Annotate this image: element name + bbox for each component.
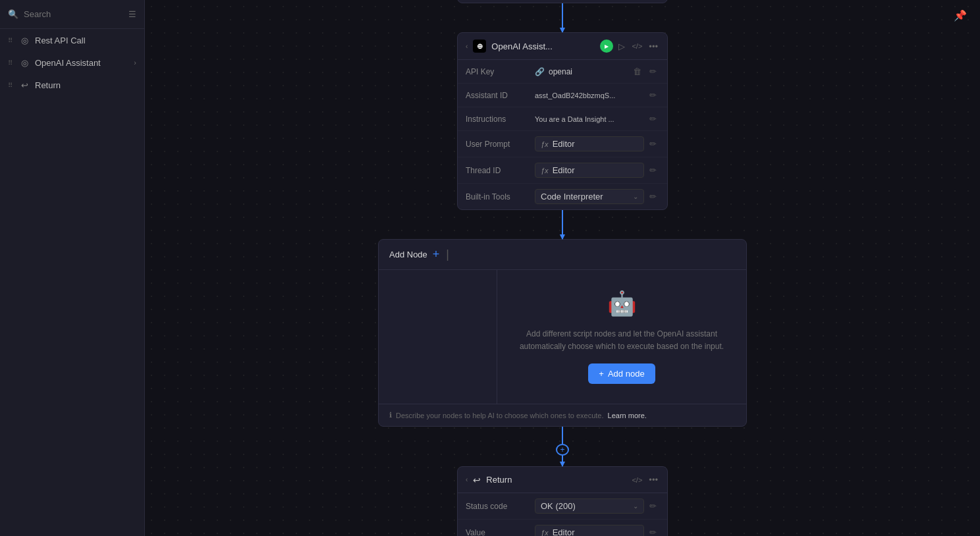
run-button[interactable]: ▶	[600, 40, 613, 53]
edit-button[interactable]: ✏	[647, 138, 659, 150]
add-node-sidebar	[379, 270, 497, 404]
sidebar-search-bar[interactable]: 🔍 ☰	[0, 0, 144, 29]
built-in-tools-dropdown[interactable]: Code Interpreter ⌄	[535, 189, 644, 204]
chevron-right-icon[interactable]: ›	[134, 59, 136, 67]
add-node-plus-button[interactable]: +	[433, 248, 440, 261]
edit-button[interactable]: ✏	[647, 500, 659, 512]
return-node: ‹ ↩ Return </> ••• Status code OK (200) …	[457, 466, 668, 536]
plus-icon: +	[599, 369, 604, 379]
play-icon[interactable]: ▷	[617, 40, 626, 53]
add-node-button[interactable]: + Add node	[588, 363, 655, 384]
add-node-footer: ℹ Describe your nodes to help AI to choo…	[379, 404, 746, 426]
edit-button[interactable]: ✏	[647, 190, 659, 203]
assistant-id-text: asst_OadB242bbzmqS...	[535, 92, 615, 99]
chevron-down-icon: ⌄	[633, 502, 638, 510]
instructions-value: You are a Data Insight ...	[535, 115, 644, 123]
drag-handle-icon: ⠿	[8, 82, 13, 89]
delete-button[interactable]: 🗑	[630, 65, 644, 78]
assistant-id-actions: ✏	[647, 89, 659, 101]
add-node-body: 🤖 Add different script nodes and let the…	[379, 270, 746, 404]
value-row: Value ƒx Editor ✏	[458, 520, 667, 536]
return-node-header: ‹ ↩ Return </> •••	[458, 467, 667, 493]
api-key-text: openai	[549, 67, 572, 76]
sidebar-item-openai-assistant[interactable]: ⠿ ◎ OpenAI Assistant ›	[0, 51, 144, 74]
more-icon[interactable]: •••	[647, 473, 659, 486]
add-node-description: Add different script nodes and let the O…	[510, 328, 733, 353]
search-icon: 🔍	[8, 9, 18, 19]
openai-node-title: OpenAI Assist...	[491, 41, 595, 51]
return-node-actions: </> •••	[630, 473, 659, 486]
status-code-dropdown[interactable]: OK (200) ⌄	[535, 498, 644, 514]
link-icon: 🔗	[535, 67, 545, 76]
api-key-row: API Key 🔗 openai 🗑 ✏	[458, 60, 667, 84]
learn-more-link[interactable]: Learn more.	[608, 412, 647, 419]
assistant-id-value: asst_OadB242bbzmqS...	[535, 92, 644, 99]
sidebar-item-label: OpenAI Assistant	[35, 58, 128, 68]
add-node-header: Add Node + |	[379, 240, 746, 270]
pin-icon[interactable]: 📌	[954, 9, 967, 22]
search-input[interactable]	[24, 9, 123, 19]
node-header-actions: ▶ ▷ </> •••	[600, 40, 659, 53]
code-icon[interactable]: </>	[630, 475, 643, 485]
add-node-button-label: Add node	[608, 369, 645, 379]
info-icon: ℹ	[389, 411, 392, 419]
status-code-label: Status code	[466, 502, 535, 511]
node-collapse-chevron[interactable]: ‹	[466, 476, 468, 483]
user-prompt-value[interactable]: ƒx Editor	[535, 136, 644, 151]
flow-canvas: Method POST ⌄ ▼ ‹ ⊕ OpenAI Assist... ▶	[145, 0, 980, 536]
sidebar-item-label: Rest API Call	[35, 36, 136, 45]
value-editor[interactable]: ƒx Editor	[535, 525, 644, 536]
status-code-actions: ✏	[647, 500, 659, 512]
drag-handle-icon: ⠿	[8, 37, 13, 44]
openai-assistant-node: ‹ ⊕ OpenAI Assist... ▶ ▷ </> ••• API Key…	[457, 32, 668, 210]
filter-icon[interactable]: ☰	[128, 9, 136, 19]
add-node-title: Add Node	[389, 250, 427, 259]
built-in-tools-label: Built-in Tools	[466, 192, 535, 201]
fx-icon: ƒx	[541, 140, 549, 148]
add-node-content: 🤖 Add different script nodes and let the…	[497, 270, 746, 404]
user-prompt-actions: ✏	[647, 138, 659, 150]
thread-id-value[interactable]: ƒx Editor	[535, 163, 644, 178]
return-node-title: Return	[486, 475, 625, 485]
return-icon: ↩	[19, 80, 30, 90]
main-canvas: Method POST ⌄ ▼ ‹ ⊕ OpenAI Assist... ▶	[145, 0, 980, 536]
api-key-actions: 🗑 ✏	[630, 65, 659, 78]
assistant-id-label: Assistant ID	[466, 91, 535, 100]
edit-button[interactable]: ✏	[647, 526, 659, 536]
sidebar-item-return[interactable]: ⠿ ↩ Return	[0, 74, 144, 96]
built-in-tools-row: Built-in Tools Code Interpreter ⌄ ✏	[458, 184, 667, 209]
user-prompt-row: User Prompt ƒx Editor ✏	[458, 131, 667, 157]
fx-icon: ƒx	[541, 167, 549, 174]
edit-button[interactable]: ✏	[647, 89, 659, 101]
user-prompt-label: User Prompt	[466, 140, 535, 149]
rest-api-icon: ◎	[19, 35, 30, 45]
add-connector-circle[interactable]: +	[556, 444, 569, 456]
cursor-indicator: |	[446, 248, 449, 261]
robot-icon: 🤖	[607, 290, 637, 317]
thread-id-row: Thread ID ƒx Editor ✏	[458, 157, 667, 184]
instructions-text: You are a Data Insight ...	[535, 115, 614, 123]
instructions-label: Instructions	[466, 115, 535, 124]
value-label: Value	[466, 528, 535, 536]
more-icon[interactable]: •••	[647, 40, 659, 53]
edit-button[interactable]: ✏	[647, 65, 659, 78]
instructions-actions: ✏	[647, 113, 659, 125]
fx-icon: ƒx	[541, 529, 549, 536]
assistant-id-row: Assistant ID asst_OadB242bbzmqS... ✏	[458, 84, 667, 107]
thread-id-editor-text: Editor	[553, 165, 575, 175]
add-node-panel: Add Node + | 🤖 Add different script node…	[378, 239, 747, 427]
instructions-row: Instructions You are a Data Insight ... …	[458, 107, 667, 131]
thread-id-label: Thread ID	[466, 166, 535, 175]
edit-button[interactable]: ✏	[647, 164, 659, 176]
openai-icon: ⊕	[473, 40, 486, 53]
user-prompt-editor-text: Editor	[553, 139, 575, 149]
status-code-value: OK (200)	[541, 501, 630, 511]
drag-handle-icon: ⠿	[8, 59, 13, 67]
api-key-value: 🔗 openai	[535, 67, 628, 76]
edit-button[interactable]: ✏	[647, 113, 659, 125]
sidebar-item-label: Return	[35, 80, 136, 90]
sidebar-item-rest-api-call[interactable]: ⠿ ◎ Rest API Call	[0, 29, 144, 51]
code-icon[interactable]: </>	[630, 41, 643, 51]
openai-node-header: ‹ ⊕ OpenAI Assist... ▶ ▷ </> •••	[458, 33, 667, 60]
node-collapse-chevron[interactable]: ‹	[466, 43, 468, 50]
